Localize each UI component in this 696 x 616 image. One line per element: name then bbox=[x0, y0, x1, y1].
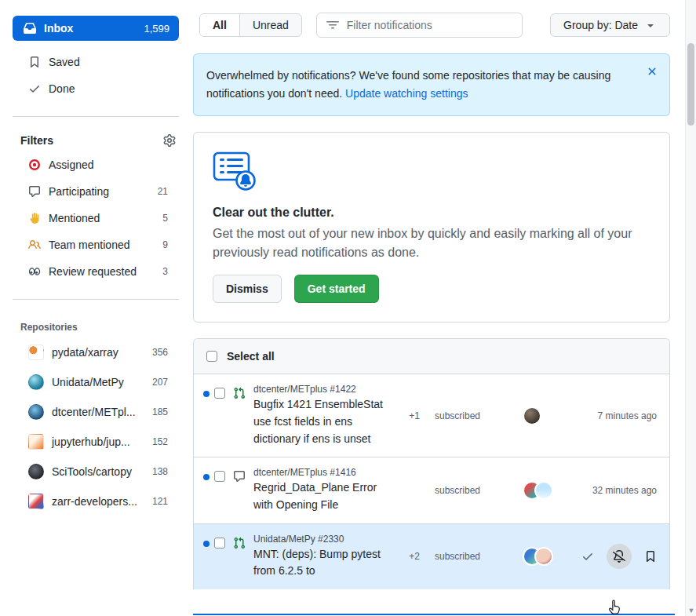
notification-title[interactable]: MNT: (deps): Bump pytest from 6.2.5 to bbox=[253, 546, 399, 580]
notification-repo: Unidata/MetPy #2330 bbox=[253, 534, 399, 545]
notification-repo: dtcenter/METplus #1422 bbox=[253, 384, 399, 395]
comment-icon bbox=[233, 470, 246, 483]
group-by-label: Group by: Date bbox=[563, 19, 638, 31]
repo-item-scitools-cartopy[interactable]: SciTools/cartopy 138 bbox=[13, 457, 179, 487]
sidebar: Inbox 1,599 Saved Done Filters bbox=[0, 0, 191, 616]
avatar bbox=[534, 481, 553, 500]
selected-row-accent bbox=[193, 614, 675, 615]
notification-row[interactable]: dtcenter/METplus #1422 Bugfix 1421 Ensem… bbox=[194, 374, 669, 457]
notification-list-illustration-icon bbox=[213, 151, 258, 192]
sidebar-item-saved[interactable]: Saved bbox=[13, 49, 179, 75]
onboarding-title: Clear out the clutter. bbox=[213, 206, 650, 220]
unread-dot-icon bbox=[203, 474, 210, 480]
notification-title[interactable]: Bugfix 1421 EnsembleStat use fcst fields… bbox=[253, 396, 399, 447]
pull-request-icon bbox=[233, 537, 246, 549]
scrollbar-down-arrow[interactable]: ▼ bbox=[686, 607, 696, 614]
chevron-down-icon bbox=[644, 19, 657, 31]
filter-icon bbox=[326, 19, 339, 31]
notification-time: 7 minutes ago bbox=[563, 410, 657, 421]
filter-label: Team mentioned bbox=[49, 239, 130, 251]
select-all-checkbox[interactable] bbox=[206, 351, 217, 362]
filter-notifications-box bbox=[316, 13, 523, 38]
filter-label: Review requested bbox=[49, 265, 137, 278]
gear-icon[interactable] bbox=[163, 134, 176, 147]
sidebar-item-done[interactable]: Done bbox=[13, 75, 179, 102]
notification-row[interactable]: Unidata/MetPy #2330 MNT: (deps): Bump py… bbox=[194, 523, 669, 589]
filter-label: Mentioned bbox=[49, 212, 100, 224]
subscription-status: subscribed bbox=[435, 551, 501, 562]
vertical-scrollbar[interactable]: ▼ bbox=[685, 0, 696, 616]
main-content: All Unread Group by: Date Overwhelmed by… bbox=[191, 0, 696, 616]
pull-request-icon bbox=[233, 387, 246, 399]
dismiss-button[interactable]: Dismiss bbox=[213, 275, 282, 303]
additional-count: +1 bbox=[399, 410, 430, 421]
filters-heading-row: Filters bbox=[13, 122, 179, 151]
group-by-button[interactable]: Group by: Date bbox=[550, 13, 670, 37]
repositories-heading-row: Repositories bbox=[13, 304, 179, 337]
repo-count: 356 bbox=[152, 347, 168, 358]
repo-count: 121 bbox=[152, 496, 168, 507]
row-checkbox[interactable] bbox=[214, 538, 225, 549]
done-label: Done bbox=[49, 82, 75, 95]
row-checkbox[interactable] bbox=[214, 471, 225, 482]
close-icon[interactable] bbox=[646, 65, 658, 78]
unread-dot-icon bbox=[203, 541, 210, 547]
sidebar-item-inbox[interactable]: Inbox 1,599 bbox=[13, 16, 179, 41]
filter-count: 3 bbox=[162, 266, 168, 277]
repo-item-zarr-developers[interactable]: zarr-developers... 121 bbox=[13, 487, 179, 516]
notification-row[interactable]: dtcenter/METplus #1416 Regrid_Data_Plane… bbox=[194, 457, 669, 523]
repositories-heading: Repositories bbox=[20, 322, 78, 333]
repo-label: zarr-developers... bbox=[52, 495, 137, 508]
onboarding-card: Clear out the clutter. Get the most out … bbox=[193, 132, 670, 323]
select-all-label: Select all bbox=[227, 350, 275, 363]
repo-label: dtcenter/METpl... bbox=[52, 406, 136, 418]
repo-avatar bbox=[28, 344, 44, 360]
filter-item-mentioned[interactable]: Mentioned 5 bbox=[13, 205, 179, 231]
notification-list: Select all dtcenter/METplus #1422 Bugfix… bbox=[193, 338, 670, 589]
inbox-icon bbox=[24, 22, 36, 35]
notification-time: 32 minutes ago bbox=[563, 485, 657, 496]
notification-repo: dtcenter/METplus #1416 bbox=[253, 467, 399, 478]
row-checkbox[interactable] bbox=[214, 388, 225, 399]
repo-label: SciTools/cartopy bbox=[52, 465, 132, 478]
people-icon bbox=[28, 239, 41, 251]
avatars bbox=[523, 547, 563, 566]
repo-item-jupyterhub[interactable]: jupyterhub/jup... 152 bbox=[13, 427, 179, 457]
notification-content: dtcenter/METplus #1416 Regrid_Data_Plane… bbox=[253, 467, 399, 513]
mark-done-check-icon[interactable] bbox=[581, 550, 594, 563]
filter-label: Assigned bbox=[49, 159, 94, 171]
filter-item-team-mentioned[interactable]: Team mentioned 9 bbox=[13, 231, 179, 258]
repo-avatar bbox=[28, 434, 44, 450]
scrollbar-thumb[interactable] bbox=[687, 43, 694, 126]
eyes-icon bbox=[28, 265, 41, 278]
bell-slash-icon[interactable] bbox=[607, 544, 632, 569]
filter-item-review-requested[interactable]: Review requested 3 bbox=[13, 258, 179, 285]
filter-label: Participating bbox=[49, 185, 109, 198]
save-bookmark-icon[interactable] bbox=[644, 550, 657, 563]
filter-item-assigned[interactable]: Assigned bbox=[13, 151, 179, 178]
comment-icon bbox=[28, 185, 41, 198]
repo-item-unidata-metpy[interactable]: Unidata/MetPy 207 bbox=[13, 367, 179, 397]
inbox-count: 1,599 bbox=[144, 23, 169, 35]
filter-item-participating[interactable]: Participating 21 bbox=[13, 178, 179, 205]
row-actions bbox=[563, 544, 657, 569]
get-started-button[interactable]: Get started bbox=[294, 275, 379, 303]
subscription-status: subscribed bbox=[435, 485, 501, 496]
divider bbox=[13, 299, 179, 300]
target-icon bbox=[28, 159, 41, 171]
repo-count: 207 bbox=[152, 377, 168, 388]
update-watching-settings-link[interactable]: Update watching settings bbox=[345, 87, 468, 100]
notification-title[interactable]: Regrid_Data_Plane Error with Opening Fil… bbox=[253, 479, 399, 513]
read-filter-segmented: All Unread bbox=[199, 13, 302, 37]
repo-count: 185 bbox=[152, 406, 168, 417]
tab-all[interactable]: All bbox=[200, 14, 240, 36]
filter-notifications-input[interactable] bbox=[345, 18, 512, 32]
list-header: Select all bbox=[194, 339, 669, 374]
saved-label: Saved bbox=[49, 56, 80, 68]
subscription-status: subscribed bbox=[435, 410, 501, 421]
avatars bbox=[523, 406, 563, 425]
repo-item-pydata-xarray[interactable]: pydata/xarray 356 bbox=[13, 337, 179, 367]
repo-item-dtcenter-metplus[interactable]: dtcenter/METpl... 185 bbox=[13, 397, 179, 427]
repo-label: pydata/xarray bbox=[52, 346, 118, 359]
tab-unread[interactable]: Unread bbox=[240, 14, 301, 36]
